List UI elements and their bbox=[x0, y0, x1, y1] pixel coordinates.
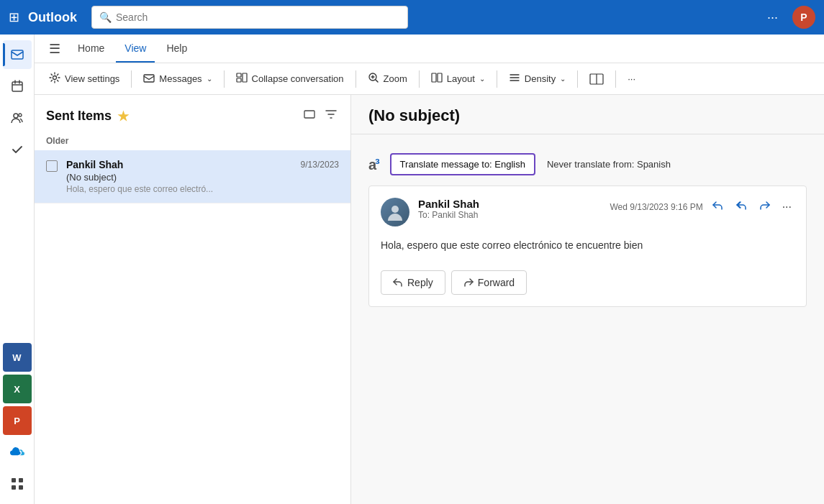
message-header-right: Wed 9/13/2023 9:16 PM bbox=[610, 198, 794, 216]
sidebar-item-excel[interactable]: X bbox=[3, 375, 32, 403]
sidebar-icons: W X P bbox=[0, 35, 35, 504]
svg-rect-10 bbox=[237, 73, 241, 77]
forward-icon[interactable] bbox=[756, 198, 774, 216]
forward-button[interactable]: Forward bbox=[451, 270, 527, 295]
search-bar: 🔍 bbox=[91, 6, 408, 29]
density-button[interactable]: Density ⌄ bbox=[503, 70, 571, 88]
reading-pane: (No subject) aз Translate message to: En… bbox=[351, 95, 824, 504]
message-body: Hola, espero que este correo electrónico… bbox=[381, 235, 794, 262]
reading-pane-toggle-button[interactable] bbox=[584, 70, 610, 88]
svg-point-18 bbox=[391, 206, 399, 213]
message-sender-name: Pankil Shah bbox=[418, 198, 601, 210]
nav-item-view[interactable]: View bbox=[116, 35, 155, 63]
nav-bar: ☰ Home View Help bbox=[35, 35, 824, 63]
toolbar-divider-2 bbox=[224, 70, 225, 88]
layout-button[interactable]: Layout ⌄ bbox=[425, 70, 491, 88]
mail-list-fullscreen-icon[interactable] bbox=[302, 106, 317, 126]
message-actions: Reply Forward bbox=[381, 270, 794, 295]
three-panel: Sent Items ★ bbox=[35, 95, 824, 504]
toolbar-divider-4 bbox=[419, 70, 420, 88]
messages-chevron-icon: ⌄ bbox=[207, 75, 212, 83]
mail-item-content: Pankil Shah 9/13/2023 (No subject) Hola,… bbox=[66, 159, 339, 194]
sidebar-item-onedrive[interactable] bbox=[3, 438, 32, 467]
svg-point-2 bbox=[14, 114, 18, 118]
sidebar-item-mail[interactable] bbox=[3, 40, 32, 69]
toolbar-divider-6 bbox=[577, 70, 578, 88]
sidebar-item-people[interactable] bbox=[3, 104, 32, 132]
toolbar-more-button[interactable]: ··· bbox=[622, 70, 641, 87]
message-more-icon[interactable]: ··· bbox=[779, 198, 794, 216]
reply-icon[interactable] bbox=[709, 198, 726, 216]
density-icon bbox=[509, 73, 520, 85]
hamburger-menu[interactable]: ☰ bbox=[43, 38, 66, 60]
mail-item[interactable]: Pankil Shah 9/13/2023 (No subject) Hola,… bbox=[35, 150, 350, 203]
messages-button[interactable]: Messages ⌄ bbox=[137, 70, 217, 88]
svg-point-3 bbox=[19, 114, 22, 116]
svg-rect-0 bbox=[12, 50, 23, 59]
sidebar-item-calendar[interactable] bbox=[3, 72, 32, 101]
nav-item-home[interactable]: Home bbox=[69, 35, 113, 63]
toolbar-divider-5 bbox=[497, 70, 497, 88]
collapse-icon bbox=[236, 73, 248, 85]
sidebar-item-word[interactable]: W bbox=[3, 343, 32, 372]
mail-list-header-icons bbox=[302, 106, 339, 126]
toolbar-divider-3 bbox=[356, 70, 356, 88]
translate-icon: aз bbox=[368, 155, 379, 173]
nav-item-help[interactable]: Help bbox=[158, 35, 196, 63]
sender-avatar bbox=[381, 198, 409, 226]
svg-rect-14 bbox=[432, 73, 436, 82]
settings-gear-icon bbox=[49, 72, 60, 86]
app-title: Outlook bbox=[28, 10, 77, 25]
svg-point-8 bbox=[53, 76, 57, 80]
message-card: Pankil Shah To: Pankil Shah Wed 9/13/202… bbox=[368, 185, 807, 307]
sidebar-item-tasks[interactable] bbox=[3, 135, 32, 164]
svg-rect-11 bbox=[243, 73, 247, 82]
reply-all-icon[interactable] bbox=[732, 198, 751, 216]
top-bar: ⊞ Outlook 🔍 ··· P bbox=[0, 0, 824, 35]
mail-list-filter-icon[interactable] bbox=[323, 107, 339, 125]
translate-bar: aз Translate message to: English Never t… bbox=[368, 146, 807, 185]
search-input[interactable] bbox=[116, 12, 400, 23]
never-translate-label[interactable]: Never translate from: Spanish bbox=[547, 159, 671, 170]
toolbar-divider-1 bbox=[131, 70, 132, 88]
main-layout: W X P bbox=[0, 35, 824, 504]
svg-rect-1 bbox=[12, 82, 22, 91]
sent-items-star-icon[interactable]: ★ bbox=[117, 109, 129, 124]
sidebar-item-powerpoint[interactable]: P bbox=[3, 406, 32, 435]
translate-to-english-button[interactable]: Translate message to: English bbox=[390, 153, 535, 175]
message-meta: Pankil Shah To: Pankil Shah bbox=[418, 198, 601, 220]
sidebar-bottom: W X P bbox=[3, 343, 32, 504]
reading-pane-header: (No subject) bbox=[351, 95, 824, 134]
topbar-more-button[interactable]: ··· bbox=[761, 7, 784, 28]
view-settings-button[interactable]: View settings bbox=[43, 69, 125, 88]
svg-rect-6 bbox=[12, 485, 16, 490]
svg-rect-4 bbox=[12, 478, 16, 482]
reply-button[interactable]: Reply bbox=[381, 270, 445, 295]
reading-pane-subject: (No subject) bbox=[368, 106, 807, 125]
collapse-conversation-button[interactable]: Collapse conversation bbox=[230, 70, 350, 88]
svg-rect-15 bbox=[438, 73, 442, 82]
reading-pane-body: aз Translate message to: English Never t… bbox=[351, 134, 824, 504]
svg-rect-7 bbox=[19, 485, 23, 490]
svg-rect-5 bbox=[19, 478, 23, 482]
mail-item-checkbox[interactable] bbox=[46, 160, 58, 172]
toolbar: View settings Messages ⌄ bbox=[35, 63, 824, 95]
message-card-header: Pankil Shah To: Pankil Shah Wed 9/13/202… bbox=[381, 198, 794, 226]
message-to: To: Pankil Shah bbox=[418, 210, 601, 220]
svg-rect-17 bbox=[304, 111, 314, 118]
mail-list-header: Sent Items ★ bbox=[35, 95, 350, 132]
toolbar-divider-7 bbox=[615, 70, 616, 88]
avatar[interactable]: P bbox=[792, 6, 815, 29]
zoom-button[interactable]: Zoom bbox=[362, 69, 413, 88]
svg-rect-9 bbox=[144, 75, 154, 82]
message-date: Wed 9/13/2023 9:16 PM bbox=[610, 202, 702, 212]
sidebar-item-apps[interactable] bbox=[3, 469, 32, 498]
envelope-icon bbox=[143, 73, 155, 85]
layout-icon bbox=[431, 73, 443, 85]
search-icon: 🔍 bbox=[99, 12, 112, 23]
zoom-icon bbox=[368, 72, 379, 86]
density-chevron-icon: ⌄ bbox=[560, 75, 566, 83]
mail-list-title: Sent Items ★ bbox=[46, 109, 129, 124]
grid-icon[interactable]: ⊞ bbox=[9, 9, 19, 25]
svg-rect-12 bbox=[237, 78, 241, 82]
